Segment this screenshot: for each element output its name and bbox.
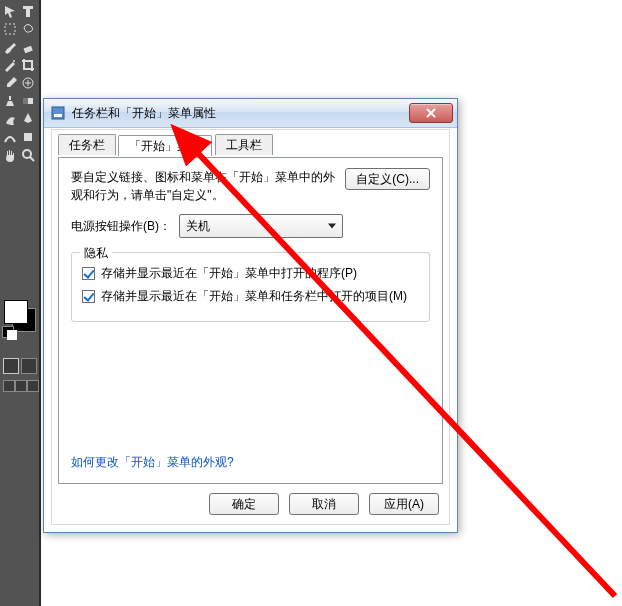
clone-tool-icon <box>2 93 18 109</box>
gradient-tool-icon <box>20 93 36 109</box>
shape-tool[interactable] <box>19 128 37 146</box>
ok-button[interactable]: 确定 <box>209 493 279 515</box>
smudge-tool[interactable] <box>1 110 19 128</box>
close-icon <box>425 108 437 118</box>
color-swatch[interactable] <box>2 300 36 336</box>
checkbox-recent-items-label: 存储并显示最近在「开始」菜单和任务栏中打开的项目(M) <box>101 288 407 305</box>
dialog-icon <box>50 105 66 121</box>
svg-rect-8 <box>52 107 64 119</box>
eraser-tool[interactable] <box>19 38 37 56</box>
privacy-group-title: 隐私 <box>80 245 112 262</box>
wand-tool-icon <box>2 57 18 73</box>
pen-tool[interactable] <box>19 110 37 128</box>
description-text: 要自定义链接、图标和菜单在「开始」菜单中的外观和行为，请单击"自定义"。 <box>71 168 335 204</box>
path-tool[interactable] <box>1 128 19 146</box>
shape-tool-icon <box>20 129 36 145</box>
gradient-tool[interactable] <box>19 92 37 110</box>
default-colors-icon[interactable] <box>7 330 17 340</box>
type-tool[interactable] <box>19 2 37 20</box>
clone-tool[interactable] <box>1 92 19 110</box>
svg-rect-6 <box>24 133 32 141</box>
taskbar-start-properties-dialog: 任务栏和「开始」菜单属性 任务栏 「开始」菜单 工具栏 要自定义链接、图标和菜单… <box>43 98 458 533</box>
tab-taskbar[interactable]: 任务栏 <box>58 134 116 155</box>
rect-marquee-tool[interactable] <box>1 20 19 38</box>
close-button[interactable] <box>409 103 453 123</box>
tab-toolbars[interactable]: 工具栏 <box>215 134 273 155</box>
path-tool-icon <box>2 129 18 145</box>
dialog-titlebar[interactable]: 任务栏和「开始」菜单属性 <box>44 99 457 128</box>
eraser-tool-icon <box>20 39 36 55</box>
healing-tool[interactable] <box>19 74 37 92</box>
screenmode-row <box>3 380 39 392</box>
tab-panel-start-menu: 要自定义链接、图标和菜单在「开始」菜单中的外观和行为，请单击"自定义"。 自定义… <box>58 157 443 484</box>
crop-tool-icon <box>20 57 36 73</box>
dialog-body: 任务栏 「开始」菜单 工具栏 要自定义链接、图标和菜单在「开始」菜单中的外观和行… <box>51 129 450 525</box>
power-button-label: 电源按钮操作(B)： <box>71 218 171 235</box>
move-tool-icon <box>2 3 18 19</box>
cancel-button[interactable]: 取消 <box>289 493 359 515</box>
svg-rect-1 <box>24 46 33 53</box>
brush-tool-icon <box>2 39 18 55</box>
healing-tool-icon <box>20 75 36 91</box>
customize-button[interactable]: 自定义(C)... <box>345 168 430 190</box>
lasso-tool[interactable] <box>19 20 37 38</box>
crop-tool[interactable] <box>19 56 37 74</box>
checkbox-recent-programs[interactable] <box>82 267 95 280</box>
svg-point-7 <box>23 150 31 158</box>
apply-button[interactable]: 应用(A) <box>369 493 439 515</box>
hand-tool-icon <box>2 147 18 163</box>
screenmode-2-button[interactable] <box>15 380 27 392</box>
svg-rect-9 <box>54 114 62 117</box>
eyedropper-tool[interactable] <box>1 74 19 92</box>
checkbox-recent-items[interactable] <box>82 290 95 303</box>
power-action-value: 关机 <box>186 218 210 235</box>
dialog-buttons: 确定 取消 应用(A) <box>52 489 449 519</box>
brush-tool[interactable] <box>1 38 19 56</box>
tab-start-menu[interactable]: 「开始」菜单 <box>118 135 212 156</box>
zoom-tool[interactable] <box>19 146 37 164</box>
standard-mode-button[interactable] <box>3 358 19 374</box>
checkbox-recent-programs-label: 存储并显示最近在「开始」菜单中打开的程序(P) <box>101 265 357 282</box>
type-tool-icon <box>20 3 36 19</box>
screenmode-3-button[interactable] <box>27 380 39 392</box>
pen-tool-icon <box>20 111 36 127</box>
privacy-group: 隐私 存储并显示最近在「开始」菜单中打开的程序(P) 存储并显示最近在「开始」菜… <box>71 252 430 322</box>
screenmode-1-button[interactable] <box>3 380 15 392</box>
foreground-color-swatch[interactable] <box>4 300 28 324</box>
eyedropper-tool-icon <box>2 75 18 91</box>
lasso-tool-icon <box>20 21 36 37</box>
help-link[interactable]: 如何更改「开始」菜单的外观? <box>71 454 234 471</box>
svg-point-2 <box>13 60 15 62</box>
quickmask-mode-button[interactable] <box>21 358 37 374</box>
svg-rect-0 <box>5 24 15 34</box>
tabs: 任务栏 「开始」菜单 工具栏 <box>52 130 449 158</box>
hand-tool[interactable] <box>1 146 19 164</box>
panel-divider <box>39 0 41 606</box>
power-action-select[interactable]: 关机 <box>179 214 343 238</box>
smudge-tool-icon <box>2 111 18 127</box>
svg-rect-5 <box>23 98 28 104</box>
rect-marquee-tool-icon <box>2 21 18 37</box>
app-background: 任务栏和「开始」菜单属性 任务栏 「开始」菜单 工具栏 要自定义链接、图标和菜单… <box>0 0 622 606</box>
zoom-tool-icon <box>20 147 36 163</box>
quickmask-row <box>3 358 37 374</box>
wand-tool[interactable] <box>1 56 19 74</box>
move-tool[interactable] <box>1 2 19 20</box>
dialog-title: 任务栏和「开始」菜单属性 <box>72 105 409 122</box>
